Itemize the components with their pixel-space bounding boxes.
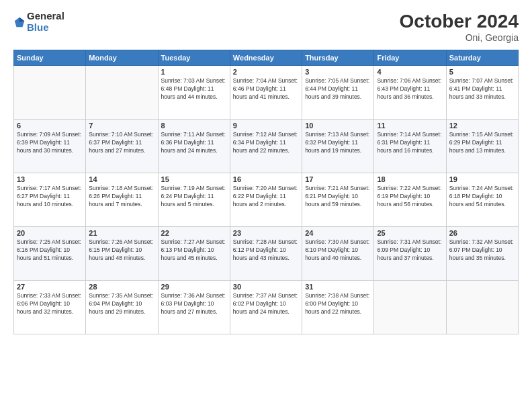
day-info: Sunrise: 7:33 AM Sunset: 6:06 PM Dayligh… (17, 292, 83, 316)
col-monday: Monday (86, 50, 158, 66)
col-friday: Friday (374, 50, 446, 66)
day-cell: 2Sunrise: 7:04 AM Sunset: 6:46 PM Daylig… (230, 66, 302, 120)
day-info: Sunrise: 7:31 AM Sunset: 6:09 PM Dayligh… (377, 238, 443, 263)
day-cell: 30Sunrise: 7:37 AM Sunset: 6:02 PM Dayli… (230, 281, 302, 334)
logo-icon (13, 16, 26, 28)
day-number: 23 (233, 229, 299, 237)
day-info: Sunrise: 7:38 AM Sunset: 6:00 PM Dayligh… (305, 292, 371, 316)
page: General Blue October 2024 Oni, Georgia S… (0, 0, 532, 411)
month-title: October 2024 (400, 11, 519, 32)
day-cell: 15Sunrise: 7:19 AM Sunset: 6:24 PM Dayli… (158, 173, 230, 227)
day-cell: 18Sunrise: 7:22 AM Sunset: 6:19 PM Dayli… (374, 173, 446, 227)
col-saturday: Saturday (446, 50, 518, 66)
day-number: 18 (377, 175, 443, 183)
day-cell: 5Sunrise: 7:07 AM Sunset: 6:41 PM Daylig… (446, 66, 518, 120)
day-number: 17 (305, 175, 371, 183)
title-block: October 2024 Oni, Georgia (400, 11, 519, 43)
day-number: 11 (377, 122, 443, 130)
day-number: 1 (161, 68, 227, 76)
day-info: Sunrise: 7:10 AM Sunset: 6:37 PM Dayligh… (89, 131, 154, 155)
day-info: Sunrise: 7:15 AM Sunset: 6:29 PM Dayligh… (449, 131, 515, 155)
day-number: 22 (161, 229, 227, 237)
day-number: 25 (377, 229, 443, 237)
col-sunday: Sunday (14, 50, 86, 66)
week-row-4: 20Sunrise: 7:25 AM Sunset: 6:16 PM Dayli… (14, 227, 519, 281)
day-info: Sunrise: 7:05 AM Sunset: 6:44 PM Dayligh… (305, 77, 371, 101)
week-row-1: 1Sunrise: 7:03 AM Sunset: 6:48 PM Daylig… (14, 66, 519, 120)
day-cell: 17Sunrise: 7:21 AM Sunset: 6:21 PM Dayli… (302, 173, 374, 227)
day-info: Sunrise: 7:30 AM Sunset: 6:10 PM Dayligh… (305, 238, 371, 263)
logo-blue: Blue (27, 22, 64, 34)
day-info: Sunrise: 7:14 AM Sunset: 6:31 PM Dayligh… (377, 131, 443, 155)
day-info: Sunrise: 7:12 AM Sunset: 6:34 PM Dayligh… (233, 131, 299, 155)
day-number: 29 (161, 283, 227, 291)
day-cell (374, 281, 446, 334)
day-number: 27 (17, 283, 83, 291)
day-number: 7 (89, 122, 154, 130)
day-cell: 19Sunrise: 7:24 AM Sunset: 6:18 PM Dayli… (446, 173, 518, 227)
day-number: 12 (449, 122, 515, 130)
day-number: 19 (449, 175, 515, 183)
day-info: Sunrise: 7:32 AM Sunset: 6:07 PM Dayligh… (449, 238, 515, 263)
day-number: 31 (305, 283, 371, 291)
day-cell (14, 66, 86, 120)
col-tuesday: Tuesday (158, 50, 230, 66)
day-cell: 23Sunrise: 7:28 AM Sunset: 6:12 PM Dayli… (230, 227, 302, 281)
day-number: 28 (89, 283, 154, 291)
day-cell: 12Sunrise: 7:15 AM Sunset: 6:29 PM Dayli… (446, 120, 518, 173)
day-info: Sunrise: 7:26 AM Sunset: 6:15 PM Dayligh… (89, 238, 154, 263)
logo: General Blue (13, 11, 64, 33)
day-cell: 11Sunrise: 7:14 AM Sunset: 6:31 PM Dayli… (374, 120, 446, 173)
day-number: 15 (161, 175, 227, 183)
day-info: Sunrise: 7:36 AM Sunset: 6:03 PM Dayligh… (161, 292, 227, 316)
col-wednesday: Wednesday (230, 50, 302, 66)
week-row-2: 6Sunrise: 7:09 AM Sunset: 6:39 PM Daylig… (14, 120, 519, 173)
day-info: Sunrise: 7:37 AM Sunset: 6:02 PM Dayligh… (233, 292, 299, 316)
day-info: Sunrise: 7:13 AM Sunset: 6:32 PM Dayligh… (305, 131, 371, 155)
day-number: 8 (161, 122, 227, 130)
day-number: 14 (89, 175, 154, 183)
day-number: 2 (233, 68, 299, 76)
day-cell: 8Sunrise: 7:11 AM Sunset: 6:36 PM Daylig… (158, 120, 230, 173)
col-thursday: Thursday (302, 50, 374, 66)
day-cell: 4Sunrise: 7:06 AM Sunset: 6:43 PM Daylig… (374, 66, 446, 120)
day-cell (446, 281, 518, 334)
day-info: Sunrise: 7:22 AM Sunset: 6:19 PM Dayligh… (377, 185, 443, 209)
day-cell: 29Sunrise: 7:36 AM Sunset: 6:03 PM Dayli… (158, 281, 230, 334)
day-number: 9 (233, 122, 299, 130)
location: Oni, Georgia (400, 32, 519, 43)
day-info: Sunrise: 7:11 AM Sunset: 6:36 PM Dayligh… (161, 131, 227, 155)
day-info: Sunrise: 7:27 AM Sunset: 6:13 PM Dayligh… (161, 238, 227, 263)
day-info: Sunrise: 7:25 AM Sunset: 6:16 PM Dayligh… (17, 238, 83, 263)
day-number: 6 (17, 122, 83, 130)
day-cell: 28Sunrise: 7:35 AM Sunset: 6:04 PM Dayli… (86, 281, 158, 334)
day-cell: 20Sunrise: 7:25 AM Sunset: 6:16 PM Dayli… (14, 227, 86, 281)
day-info: Sunrise: 7:28 AM Sunset: 6:12 PM Dayligh… (233, 238, 299, 263)
day-cell: 24Sunrise: 7:30 AM Sunset: 6:10 PM Dayli… (302, 227, 374, 281)
day-info: Sunrise: 7:35 AM Sunset: 6:04 PM Dayligh… (89, 292, 154, 316)
day-cell: 13Sunrise: 7:17 AM Sunset: 6:27 PM Dayli… (14, 173, 86, 227)
day-info: Sunrise: 7:03 AM Sunset: 6:48 PM Dayligh… (161, 77, 227, 101)
day-cell: 16Sunrise: 7:20 AM Sunset: 6:22 PM Dayli… (230, 173, 302, 227)
day-cell: 21Sunrise: 7:26 AM Sunset: 6:15 PM Dayli… (86, 227, 158, 281)
header: General Blue October 2024 Oni, Georgia (13, 11, 519, 43)
day-number: 13 (17, 175, 83, 183)
day-info: Sunrise: 7:17 AM Sunset: 6:27 PM Dayligh… (17, 185, 83, 209)
day-cell: 14Sunrise: 7:18 AM Sunset: 6:26 PM Dayli… (86, 173, 158, 227)
day-cell (86, 66, 158, 120)
day-number: 5 (449, 68, 515, 76)
day-number: 21 (89, 229, 154, 237)
calendar-header: Sunday Monday Tuesday Wednesday Thursday… (14, 50, 519, 66)
day-number: 3 (305, 68, 371, 76)
calendar-table: Sunday Monday Tuesday Wednesday Thursday… (13, 50, 519, 334)
header-row: Sunday Monday Tuesday Wednesday Thursday… (14, 50, 519, 66)
day-number: 26 (449, 229, 515, 237)
day-info: Sunrise: 7:04 AM Sunset: 6:46 PM Dayligh… (233, 77, 299, 101)
day-number: 20 (17, 229, 83, 237)
day-number: 30 (233, 283, 299, 291)
day-number: 4 (377, 68, 443, 76)
day-info: Sunrise: 7:20 AM Sunset: 6:22 PM Dayligh… (233, 185, 299, 209)
day-number: 24 (305, 229, 371, 237)
calendar-body: 1Sunrise: 7:03 AM Sunset: 6:48 PM Daylig… (14, 66, 519, 334)
day-cell: 3Sunrise: 7:05 AM Sunset: 6:44 PM Daylig… (302, 66, 374, 120)
